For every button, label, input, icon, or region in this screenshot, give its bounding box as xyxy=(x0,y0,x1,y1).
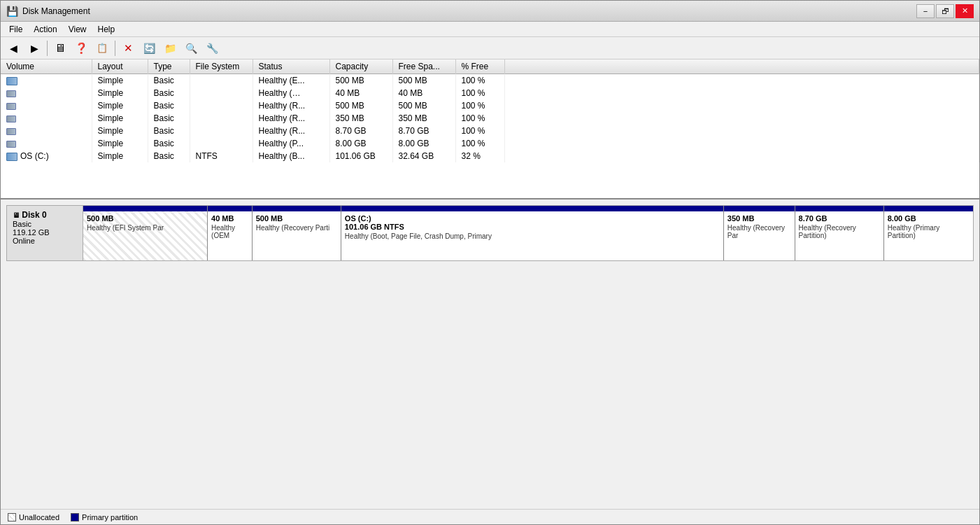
cell-volume xyxy=(1,137,92,150)
table-row[interactable]: Simple Basic Healthy (R... 500 MB 500 MB… xyxy=(1,99,979,112)
table-row[interactable]: Simple Basic Healthy (… 40 MB 40 MB 100 … xyxy=(1,87,979,99)
close-button[interactable]: ✕ xyxy=(956,4,974,18)
legend-label-unallocated: Unallocated xyxy=(19,513,59,522)
cell-type: Basic xyxy=(148,74,190,88)
legend-icon-primary xyxy=(71,513,79,522)
partition-header-0 xyxy=(83,206,207,211)
title-bar-title: Disk Management xyxy=(22,6,90,16)
volume-button[interactable]: 🖥 xyxy=(50,39,70,57)
cell-status: Healthy (R... xyxy=(253,112,329,125)
cell-free: 40 MB xyxy=(392,87,455,99)
volume-icon xyxy=(6,77,17,85)
partition-2[interactable]: 500 MB Healthy (Recovery Parti xyxy=(253,206,341,260)
back-button[interactable]: ◀ xyxy=(3,39,23,57)
partition-1[interactable]: 40 MB Healthy (OEM xyxy=(208,206,253,260)
cell-status: Healthy (P... xyxy=(253,137,329,150)
menu-help[interactable]: Help xyxy=(92,23,121,36)
partition-label-1: 40 MB xyxy=(211,214,248,223)
partition-0[interactable]: 500 MB Healthy (EFI System Par xyxy=(83,206,208,260)
partition-body-4: 350 MB Healthy (Recovery Par xyxy=(724,211,795,260)
partition-header-6 xyxy=(884,206,973,211)
cell-filesystem xyxy=(190,99,253,112)
col-layout[interactable]: Layout xyxy=(92,59,148,74)
volume-icon-small xyxy=(6,90,16,97)
cell-extra xyxy=(504,125,979,137)
disk-type-0: Basic xyxy=(13,220,77,228)
cell-capacity: 8.70 GB xyxy=(329,125,392,137)
cell-status: Healthy (B... xyxy=(253,150,329,162)
help-button[interactable]: ❓ xyxy=(71,39,91,57)
table-row[interactable]: Simple Basic Healthy (R... 8.70 GB 8.70 … xyxy=(1,125,979,137)
toolbar-separator-1 xyxy=(47,41,48,56)
settings-button[interactable]: 🔧 xyxy=(202,39,222,57)
table-row[interactable]: OS (C:) Simple Basic NTFS Healthy (B... … xyxy=(1,150,979,162)
col-free[interactable]: Free Spa... xyxy=(392,59,455,74)
col-capacity[interactable]: Capacity xyxy=(329,59,392,74)
cell-filesystem: NTFS xyxy=(190,150,253,162)
table-row[interactable]: Simple Basic Healthy (P... 8.00 GB 8.00 … xyxy=(1,137,979,150)
menu-action[interactable]: Action xyxy=(28,23,62,36)
partition-3[interactable]: OS (C:) 101.06 GB NTFS Healthy (Boot, Pa… xyxy=(341,206,724,260)
refresh-button[interactable]: 🔄 xyxy=(139,39,159,57)
volumes-table: Volume Layout Type File System Status Ca… xyxy=(1,59,979,162)
search-button[interactable]: 🔍 xyxy=(181,39,201,57)
volume-icon xyxy=(6,153,17,161)
legend-icon-unallocated xyxy=(8,513,16,522)
table-row[interactable]: Simple Basic Healthy (E... 500 MB 500 MB… xyxy=(1,74,979,88)
cell-pct: 100 % xyxy=(455,125,504,137)
cell-filesystem xyxy=(190,137,253,150)
partition-4[interactable]: 350 MB Healthy (Recovery Par xyxy=(724,206,795,260)
properties-button[interactable]: 📋 xyxy=(92,39,112,57)
partition-label-3: OS (C:) xyxy=(345,214,720,223)
partition-header-3 xyxy=(341,206,723,211)
cell-volume xyxy=(1,99,92,112)
minimize-button[interactable]: − xyxy=(916,4,935,18)
volume-icon-small xyxy=(6,103,16,110)
partition-header-4 xyxy=(724,206,795,211)
cell-extra xyxy=(504,137,979,150)
partition-5[interactable]: 8.70 GB Healthy (Recovery Partition) xyxy=(795,206,884,260)
col-status[interactable]: Status xyxy=(253,59,329,74)
title-bar: 💾 Disk Management − 🗗 ✕ xyxy=(1,1,979,22)
partition-desc-4: Healthy (Recovery Par xyxy=(727,224,791,239)
disk-status-0: Online xyxy=(13,237,77,245)
partition-body-2: 500 MB Healthy (Recovery Parti xyxy=(253,211,341,260)
cell-filesystem xyxy=(190,87,253,99)
forward-button[interactable]: ▶ xyxy=(24,39,44,57)
cell-volume xyxy=(1,74,92,88)
partition-desc-0: Healthy (EFI System Par xyxy=(87,224,204,232)
partition-label-2: 500 MB xyxy=(256,214,337,223)
table-row[interactable]: Simple Basic Healthy (R... 350 MB 350 MB… xyxy=(1,112,979,125)
col-pct[interactable]: % Free xyxy=(455,59,504,74)
toolbar: ◀ ▶ 🖥 ❓ 📋 ✕ 🔄 📁 🔍 🔧 xyxy=(1,37,979,59)
partition-header-1 xyxy=(208,206,252,211)
cell-extra xyxy=(504,99,979,112)
cell-type: Basic xyxy=(148,87,190,99)
delete-button[interactable]: ✕ xyxy=(118,39,138,57)
partition-label-6: 8.00 GB xyxy=(888,214,970,223)
partition-6[interactable]: 8.00 GB Healthy (Primary Partition) xyxy=(884,206,973,260)
col-type[interactable]: Type xyxy=(148,59,190,74)
legend-item-unallocated: Unallocated xyxy=(8,513,59,522)
cell-free: 32.64 GB xyxy=(392,150,455,162)
menu-file[interactable]: File xyxy=(3,23,28,36)
menu-bar: File Action View Help xyxy=(1,22,979,37)
folder-button[interactable]: 📁 xyxy=(160,39,180,57)
cell-status: Healthy (R... xyxy=(253,125,329,137)
cell-free: 8.00 GB xyxy=(392,137,455,150)
cell-layout: Simple xyxy=(92,125,148,137)
partition-desc-6: Healthy (Primary Partition) xyxy=(888,224,970,239)
cell-capacity: 350 MB xyxy=(329,112,392,125)
cell-pct: 100 % xyxy=(455,74,504,88)
partition-body-3: OS (C:) 101.06 GB NTFS Healthy (Boot, Pa… xyxy=(341,211,723,260)
disk-size-0: 119.12 GB xyxy=(13,228,77,237)
partition-label-5: 8.70 GB xyxy=(799,214,880,223)
col-filesystem[interactable]: File System xyxy=(190,59,253,74)
restore-button[interactable]: 🗗 xyxy=(936,4,954,18)
col-volume[interactable]: Volume xyxy=(1,59,92,74)
col-extra xyxy=(504,59,979,74)
cell-volume xyxy=(1,112,92,125)
cell-filesystem xyxy=(190,125,253,137)
menu-view[interactable]: View xyxy=(63,23,92,36)
disk-partitions-0: 500 MB Healthy (EFI System Par 40 MB Hea… xyxy=(83,205,974,261)
